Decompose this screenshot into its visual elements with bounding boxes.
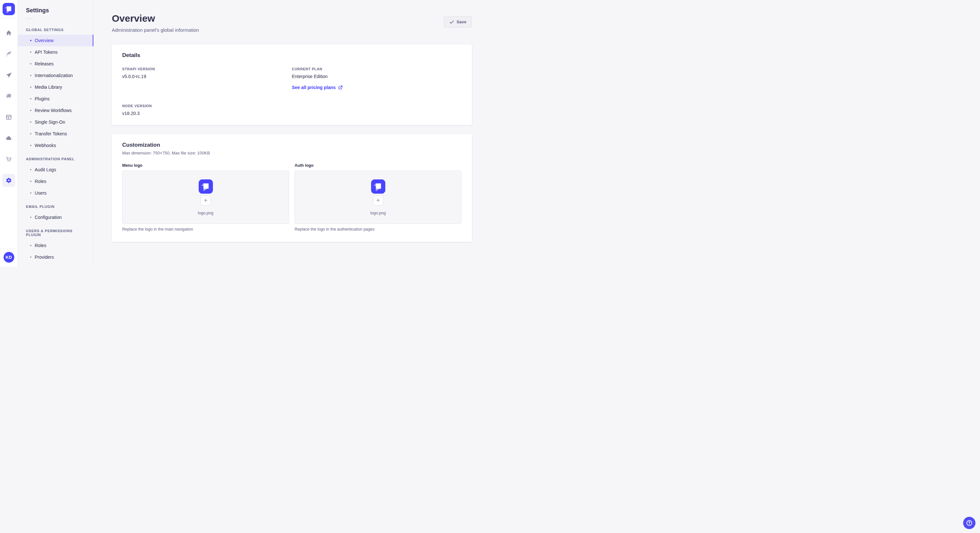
sidebar-item-up-roles[interactable]: Roles [18,240,93,251]
details-card: Details STRAPI VERSION v5.0.0-rc.19 CURR… [112,44,472,125]
sidebar-section-email-plugin: EMAIL PLUGIN [18,201,93,211]
menu-logo-filename: logo.png [198,211,213,215]
bullet-icon [30,86,32,88]
media-library-icon[interactable] [2,90,15,103]
settings-sidebar: Settings GLOBAL SETTINGS Overview API To… [18,0,94,266]
auth-logo-field: Auth logo + logo.png Replace the logo in… [294,163,461,232]
bullet-icon [30,181,32,182]
strapi-version-label: STRAPI VERSION [122,67,292,71]
customization-heading: Customization [122,142,461,148]
strapi-logo [371,179,385,194]
customization-constraints: Max dimension: 750×750, Max file size: 1… [122,151,461,155]
sidebar-item-overview[interactable]: Overview [18,35,93,46]
node-version-field: NODE VERSION v18.20.3 [122,104,292,116]
bullet-icon [30,51,32,53]
sidebar-section-users-permissions-plugin: USERS & PERMISSIONS PLUGIN [18,226,93,240]
layout-icon[interactable] [2,111,15,124]
page-subtitle: Administration panel's global informatio… [112,27,199,33]
sidebar-item-releases[interactable]: Releases [18,58,93,70]
sidebar-item-admin-users[interactable]: Users [18,187,93,199]
bullet-icon [30,63,32,65]
current-plan-value: Enterprise Edition [292,74,462,79]
bullet-icon [30,133,32,134]
cart-icon[interactable] [2,153,15,166]
bullet-icon [30,192,32,194]
logo-grid: Menu logo + logo.png Replace the logo in… [122,163,461,232]
paper-plane-icon[interactable] [2,69,15,82]
bullet-icon [30,110,32,111]
node-version-value: v18.20.3 [122,111,292,116]
sidebar-item-audit-logs[interactable]: Audit Logs [18,164,93,176]
bullet-icon [30,257,32,258]
main-content: Overview Administration panel's global i… [94,0,490,266]
menu-logo-label: Menu logo [122,163,289,168]
user-avatar[interactable]: KD [3,252,14,263]
bullet-icon [30,75,32,76]
sidebar-title: Settings [18,7,93,14]
icon-rail: KD [0,0,18,266]
rail-footer: KD [0,249,18,266]
bullet-icon [30,98,32,99]
menu-logo-dropzone[interactable]: + logo.png [122,171,289,224]
current-plan-field: CURRENT PLAN Enterprise Edition See all … [292,67,462,90]
check-icon [450,20,454,24]
auth-logo-dropzone[interactable]: + logo.png [294,171,461,224]
cloud-icon[interactable] [2,132,15,145]
menu-logo-field: Menu logo + logo.png Replace the logo in… [122,163,289,232]
sidebar-section-global-settings: GLOBAL SETTINGS [18,25,93,35]
sidebar-item-internationalization[interactable]: Internationalization [18,70,93,81]
strapi-version-value: v5.0.0-rc.19 [122,74,292,79]
bullet-icon [30,40,32,41]
external-link-icon [338,86,342,90]
save-button[interactable]: Save [444,16,472,27]
save-button-label: Save [457,19,466,24]
sidebar-item-transfer-tokens[interactable]: Transfer Tokens [18,128,93,140]
sidebar-item-admin-roles[interactable]: Roles [18,176,93,187]
node-version-label: NODE VERSION [122,104,292,108]
pricing-plans-link[interactable]: See all pricing plans [292,85,342,90]
sidebar-item-review-workflows[interactable]: Review Workflows [18,105,93,116]
customization-card: Customization Max dimension: 750×750, Ma… [112,134,472,242]
menu-logo-hint: Replace the logo in the main navigation [122,227,289,232]
bullet-icon [30,121,32,123]
sidebar-item-media-library[interactable]: Media Library [18,81,93,93]
sidebar-item-webhooks[interactable]: Webhooks [18,140,93,151]
feather-icon[interactable] [2,48,15,60]
auth-logo-filename: logo.png [371,211,386,215]
bullet-icon [30,145,32,146]
gear-icon[interactable] [2,174,15,187]
bullet-icon [30,245,32,246]
plus-icon[interactable]: + [373,195,383,206]
bullet-icon [30,169,32,170]
rail-logo-section [0,0,18,18]
strapi-version-field: STRAPI VERSION v5.0.0-rc.19 [122,67,292,90]
bullet-icon [30,217,32,218]
auth-logo-label: Auth logo [294,163,461,168]
details-heading: Details [122,52,461,59]
pricing-plans-link-label: See all pricing plans [292,85,336,90]
strapi-admin-app: KD Settings GLOBAL SETTINGS Overview API… [0,0,490,266]
sidebar-item-email-configuration[interactable]: Configuration [18,211,93,223]
current-plan-label: CURRENT PLAN [292,67,462,71]
page-title: Overview [112,13,199,24]
sidebar-item-up-providers[interactable]: Providers [18,251,93,263]
auth-logo-hint: Replace the logo in the authentication p… [294,227,461,232]
details-grid: STRAPI VERSION v5.0.0-rc.19 CURRENT PLAN… [122,67,461,116]
rail-nav [2,27,15,249]
sidebar-section-administration-panel: ADMINISTRATION PANEL [18,154,93,164]
sidebar-item-single-sign-on[interactable]: Single Sign-On [18,116,93,128]
plus-icon[interactable]: + [200,195,211,206]
sidebar-item-api-tokens[interactable]: API Tokens [18,46,93,58]
strapi-logo[interactable] [3,3,15,15]
sidebar-item-plugins[interactable]: Plugins [18,93,93,105]
page-header: Overview Administration panel's global i… [112,13,472,33]
strapi-logo [199,179,213,194]
home-icon[interactable] [2,27,15,40]
